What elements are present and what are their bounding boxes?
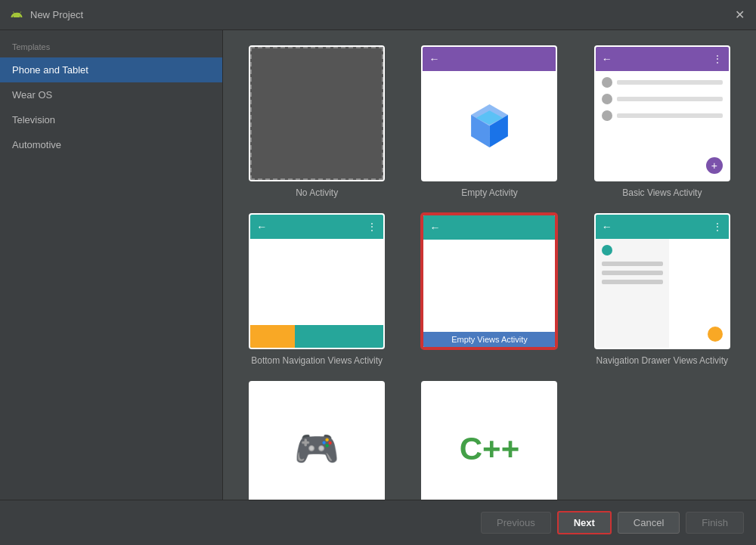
template-no-activity[interactable]: No Activity <box>238 45 395 198</box>
phone-header-nav-drawer: ← ⋮ <box>596 215 729 239</box>
drawer-panel <box>596 239 669 348</box>
template-label-bottom-nav: Bottom Navigation Views Activity <box>251 355 383 366</box>
titlebar: New Project ✕ <box>0 0 756 30</box>
template-thumb-bottom-nav: ← ⋮ <box>249 213 385 349</box>
list-dot3 <box>602 110 612 121</box>
list-line <box>617 80 723 85</box>
phone-body-bottom-nav <box>250 239 383 348</box>
list-dot2 <box>602 94 612 104</box>
phone-header-empty-activity: ← <box>423 47 556 71</box>
phone-header-basic-views: ← ⋮ <box>596 47 729 71</box>
menu-dots-icon2: ⋮ <box>367 221 377 232</box>
template-nav-drawer[interactable]: ← ⋮ Na <box>584 213 741 366</box>
cancel-button[interactable]: Cancel <box>618 512 680 534</box>
phone-mockup-nav-drawer: ← ⋮ <box>596 215 729 348</box>
list-items <box>596 71 729 133</box>
template-thumb-nav-drawer: ← ⋮ <box>594 213 730 349</box>
menu-dots-icon3: ⋮ <box>713 221 723 232</box>
phone-mockup-basic-views: ← ⋮ <box>596 47 729 180</box>
no-activity-box <box>250 47 383 180</box>
template-thumb-empty-activity: ← <box>421 45 557 181</box>
menu-dots-icon: ⋮ <box>713 54 723 64</box>
template-basic-views[interactable]: ← ⋮ <box>584 45 741 198</box>
list-dot <box>602 77 612 88</box>
template-game[interactable]: 🎮 Game Activity <box>238 381 395 500</box>
phone-mockup-empty-activity: ← <box>423 47 556 180</box>
sidebar-item-phone-tablet[interactable]: Phone and Tablet <box>0 57 222 82</box>
template-label-nav-drawer: Navigation Drawer Views Activity <box>596 355 729 366</box>
template-thumb-no-activity <box>249 45 385 181</box>
main-content: Templates Phone and Tablet Wear OS Telev… <box>0 30 756 500</box>
template-empty-views[interactable]: ← Empty Views Activity <box>411 213 568 366</box>
list-item-row2 <box>602 94 723 104</box>
phone-mockup-cpp: C++ <box>423 382 556 500</box>
sidebar-item-wear-os[interactable]: Wear OS <box>0 82 222 107</box>
phone-body-basic-views: + <box>596 71 729 180</box>
list-item-row3 <box>602 110 723 121</box>
phone-body-game: 🎮 <box>250 382 383 500</box>
previous-button[interactable]: Previous <box>481 512 551 534</box>
phone-mockup-bottom-nav: ← ⋮ <box>250 215 383 348</box>
bottom-bar <box>250 325 383 348</box>
template-thumb-empty-views: ← Empty Views Activity <box>421 213 557 349</box>
footer: Previous Next Cancel Finish <box>0 500 756 545</box>
titlebar-title: New Project <box>30 9 83 20</box>
bottom-bar-item2 <box>295 325 339 348</box>
bottom-bar-item3 <box>339 325 384 348</box>
templates-grid: No Activity ← <box>238 45 741 500</box>
drawer-item1 <box>602 262 663 266</box>
android-icon <box>9 8 24 23</box>
phone-body-cpp: C++ <box>423 382 556 500</box>
phone-body-nav-drawer <box>596 239 729 348</box>
phone-mockup-empty-views: ← <box>423 215 555 347</box>
sidebar: Templates Phone and Tablet Wear OS Telev… <box>0 30 223 500</box>
gamepad-icon: 🎮 <box>294 428 339 470</box>
fab-gold-icon <box>708 327 723 342</box>
back-arrow-icon5: ← <box>602 221 612 233</box>
bottom-bar-item-active <box>250 325 295 348</box>
phone-body-empty-views <box>423 240 555 347</box>
back-arrow-icon4: ← <box>429 221 440 234</box>
cpp-text: C++ <box>460 431 519 467</box>
template-empty-activity[interactable]: ← <box>411 45 568 198</box>
android-cube-icon <box>465 101 514 150</box>
list-line3 <box>617 113 723 118</box>
finish-button[interactable]: Finish <box>686 512 744 534</box>
drawer-item2 <box>602 271 663 275</box>
phone-header-empty-views: ← <box>423 215 555 240</box>
back-arrow-icon: ← <box>429 53 439 65</box>
phone-body-empty-activity <box>423 71 556 180</box>
template-thumb-basic-views: ← ⋮ <box>594 45 730 181</box>
template-label-no-activity: No Activity <box>296 187 338 198</box>
next-button[interactable]: Next <box>557 511 612 534</box>
back-arrow-icon3: ← <box>256 221 267 233</box>
phone-mockup-game: 🎮 <box>250 382 383 500</box>
template-thumb-cpp: C++ <box>421 381 557 500</box>
list-item-row <box>602 77 723 88</box>
template-bottom-nav[interactable]: ← ⋮ Bottom Navigation Views Activity <box>238 213 395 366</box>
template-label-empty-activity: Empty Activity <box>461 187 518 198</box>
template-label-basic-views: Basic Views Activity <box>622 187 702 198</box>
phone-header-bottom-nav: ← ⋮ <box>250 215 383 239</box>
drawer-item3 <box>602 280 663 284</box>
sidebar-item-television[interactable]: Television <box>0 107 222 132</box>
content-area: No Activity ← <box>223 30 756 500</box>
template-native-cpp[interactable]: C++ Native C++ <box>411 381 568 500</box>
fab-icon: + <box>706 157 723 174</box>
list-line2 <box>617 97 723 101</box>
back-arrow-icon2: ← <box>602 53 612 65</box>
drawer-dot <box>602 245 612 255</box>
sidebar-section-label: Templates <box>0 39 222 57</box>
selected-overlay-label: Empty Views Activity <box>423 332 555 347</box>
close-icon[interactable]: ✕ <box>732 8 747 23</box>
template-thumb-game: 🎮 <box>249 381 385 500</box>
sidebar-item-automotive[interactable]: Automotive <box>0 132 222 157</box>
